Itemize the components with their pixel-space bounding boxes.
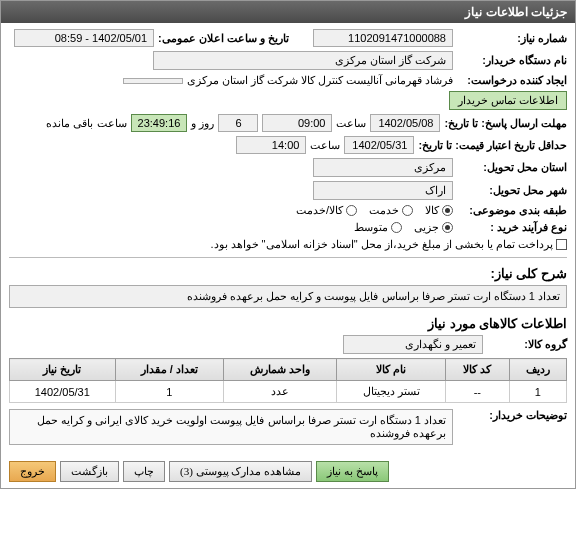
province-label: استان محل تحویل:: [457, 161, 567, 174]
back-button[interactable]: بازگشت: [60, 461, 119, 482]
category-radio-group: کالا خدمت کالا/خدمت: [296, 204, 453, 217]
print-button[interactable]: چاپ: [123, 461, 165, 482]
exit-button[interactable]: خروج: [9, 461, 56, 482]
remaining-label: ساعت باقی مانده: [46, 117, 126, 130]
payment-check[interactable]: پرداخت تمام یا بخشی از مبلغ خرید،از محل …: [210, 238, 567, 251]
panel-title: جزئیات اطلاعات نیاز: [1, 1, 575, 23]
th-qty: تعداد / مقدار: [115, 359, 224, 381]
category-label: طبقه بندی موضوعی:: [457, 204, 567, 217]
city-label: شهر محل تحویل:: [457, 184, 567, 197]
buyer-desc-value: تعداد 1 دستگاه ارت تستر صرفا براساس فایل…: [9, 409, 453, 445]
radio-goods[interactable]: کالا: [425, 204, 453, 217]
org-label: نام دستگاه خریدار:: [457, 54, 567, 67]
group-label: گروه کالا:: [487, 338, 567, 351]
creator-extra: [123, 78, 183, 84]
table-row[interactable]: 1 -- تستر دیجیتال عدد 1 1402/05/31: [10, 381, 567, 403]
radio-medium[interactable]: متوسط: [354, 221, 402, 234]
deadline-time: 09:00: [262, 114, 332, 132]
divider: [9, 257, 567, 258]
th-code: کد کالا: [446, 359, 510, 381]
deadline-date: 1402/05/08: [370, 114, 440, 132]
radio-both[interactable]: کالا/خدمت: [296, 204, 357, 217]
announce-label: تاریخ و ساعت اعلان عمومی:: [158, 32, 289, 45]
radio-partial[interactable]: جزیی: [414, 221, 453, 234]
reply-button[interactable]: پاسخ به نیاز: [316, 461, 389, 482]
contact-button[interactable]: اطلاعات تماس خریدار: [449, 91, 567, 110]
city-value: اراک: [313, 181, 453, 200]
th-name: نام کالا: [337, 359, 446, 381]
creator-label: ایجاد کننده درخواست:: [457, 74, 567, 87]
radio-service[interactable]: خدمت: [369, 204, 413, 217]
time-label-2: ساعت: [310, 139, 340, 152]
th-unit: واحد شمارش: [224, 359, 337, 381]
province-value: مرکزی: [313, 158, 453, 177]
deadline-label: مهلت ارسال پاسخ: تا تاریخ:: [444, 117, 567, 130]
subject-value: تعداد 1 دستگاه ارت تستر صرفا براساس فایل…: [9, 285, 567, 308]
process-radio-group: جزیی متوسط: [354, 221, 453, 234]
time-label-1: ساعت: [336, 117, 366, 130]
details-panel: جزئیات اطلاعات نیاز شماره نیاز: 11020914…: [0, 0, 576, 489]
th-date: تاریخ نیاز: [10, 359, 116, 381]
need-no-label: شماره نیاز:: [457, 32, 567, 45]
items-title: اطلاعات کالاهای مورد نیاز: [9, 316, 567, 331]
process-label: نوع فرآیند خرید :: [457, 221, 567, 234]
validity-date: 1402/05/31: [344, 136, 414, 154]
remaining-time: 23:49:16: [131, 114, 188, 132]
announce-value: 1402/05/01 - 08:59: [14, 29, 154, 47]
footer-buttons: پاسخ به نیاز مشاهده مدارک پیوستی (3) چاپ…: [1, 455, 575, 488]
org-value: شرکت گاز استان مرکزی: [153, 51, 453, 70]
subject-label: شرح کلی نیاز:: [9, 266, 567, 281]
th-idx: ردیف: [509, 359, 566, 381]
buyer-desc-label: توضیحات خریدار:: [457, 409, 567, 422]
validity-time: 14:00: [236, 136, 306, 154]
items-table: ردیف کد کالا نام کالا واحد شمارش تعداد /…: [9, 358, 567, 403]
group-value: تعمیر و نگهداری: [343, 335, 483, 354]
attachments-button[interactable]: مشاهده مدارک پیوستی (3): [169, 461, 312, 482]
need-no-value: 1102091471000088: [313, 29, 453, 47]
validity-label: حداقل تاریخ اعتبار قیمت: تا تاریخ:: [418, 139, 567, 152]
days-value: 6: [218, 114, 258, 132]
creator-value: فرشاد قهرمانی آنالیست کنترل کالا شرکت گا…: [187, 74, 453, 87]
day-label: روز و: [191, 117, 214, 130]
